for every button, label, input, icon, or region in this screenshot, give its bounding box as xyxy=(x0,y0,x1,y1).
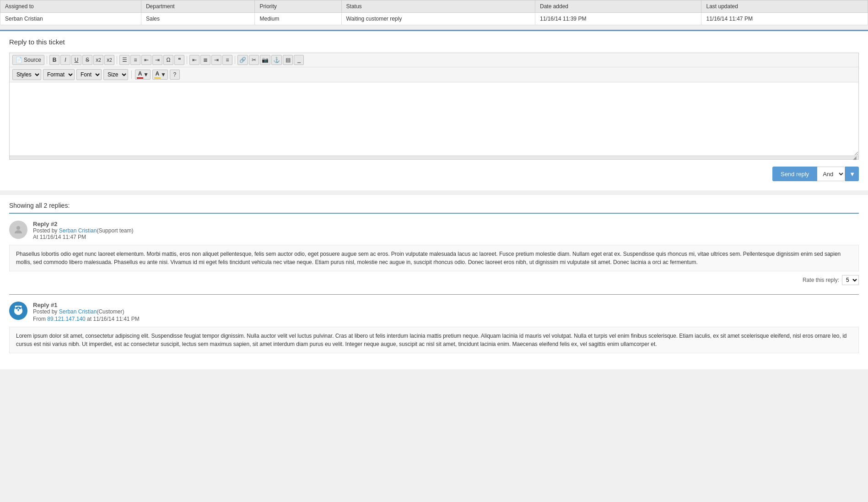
omega-button[interactable]: Ω xyxy=(163,55,173,65)
strikethrough-button[interactable]: S xyxy=(82,55,92,65)
separator-5 xyxy=(131,70,132,79)
hr-button[interactable]: ⎯ xyxy=(294,55,304,65)
blockquote-button[interactable]: ❝ xyxy=(174,55,184,65)
table-button[interactable]: ▤ xyxy=(283,55,293,65)
justify-button[interactable]: ≡ xyxy=(222,55,232,65)
rate-label-2: Rate this reply: xyxy=(803,277,839,283)
reply-2-posted-label: Posted by xyxy=(33,227,57,234)
toolbar-row2: Styles Format Font Size A ▼ xyxy=(10,67,858,82)
cell-date-added: 11/16/14 11:39 PM xyxy=(535,13,701,25)
font-color-a-icon: A xyxy=(137,70,143,79)
reply-2-meta: Reply #2 Posted by Serban Cristian(Suppo… xyxy=(33,221,859,240)
align-center-button[interactable]: ≣ xyxy=(200,55,210,65)
image-button[interactable]: 📷 xyxy=(260,55,270,65)
source-button[interactable]: 📄 Source xyxy=(12,55,44,65)
col-assigned-to: Assigned to xyxy=(0,0,141,13)
resize-icon: ◢ xyxy=(853,155,857,160)
page-wrapper: Assigned to Department Priority Status D… xyxy=(0,0,868,369)
reply-1-posted-label: Posted by xyxy=(33,308,57,315)
replies-section: Showing all 2 replies: Reply #2 Posted b… xyxy=(0,195,868,369)
reply-1-header: Reply #1 Posted by Serban Cristian(Custo… xyxy=(9,302,859,322)
highlight-color-button[interactable]: A ▼ xyxy=(152,70,168,80)
font-dropdown[interactable]: Font xyxy=(76,69,102,80)
superscript-button[interactable]: x2 xyxy=(104,55,114,65)
reply-2-at: At 11/16/14 11:47 PM xyxy=(33,234,859,240)
col-priority: Priority xyxy=(255,0,341,13)
font-color-decrease-button[interactable]: A ▼ xyxy=(135,70,151,80)
source-icon: 📄 xyxy=(16,57,22,63)
table-row: Serban Cristian Sales Medium Waiting cus… xyxy=(0,13,868,25)
highlight-color-dropdown-icon: ▼ xyxy=(161,71,166,78)
font-color-decrease-icon: ▼ xyxy=(143,71,149,78)
highlight-color-a-icon: A xyxy=(154,70,161,79)
cell-priority: Medium xyxy=(255,13,341,25)
reply-2-header: Reply #2 Posted by Serban Cristian(Suppo… xyxy=(9,221,859,240)
reply-1-at: at 11/16/14 11:41 PM xyxy=(87,316,140,322)
replies-heading: Showing all 2 replies: xyxy=(9,202,859,214)
reply-1-body: Lorem ipsum dolor sit amet, consectetur … xyxy=(9,327,859,353)
cell-last-updated: 11/16/14 11:47 PM xyxy=(701,13,868,25)
separator-4 xyxy=(235,56,235,64)
col-date-added: Date added xyxy=(535,0,701,13)
unlink-button[interactable]: ✂ xyxy=(249,55,259,65)
reply-1-ip-link[interactable]: 89.121.147.140 xyxy=(47,316,85,322)
size-dropdown[interactable]: Size xyxy=(103,69,128,80)
reply-section-title: Reply to this ticket xyxy=(9,38,859,46)
from-label: From xyxy=(33,316,46,322)
col-last-updated: Last updated xyxy=(701,0,868,13)
reply-2-footer: Rate this reply: 1 2 3 4 5 xyxy=(9,275,859,285)
and-dropdown-container: And ▼ xyxy=(817,167,859,181)
align-right-button[interactable]: ⇥ xyxy=(211,55,221,65)
reply-item-1: Reply #1 Posted by Serban Cristian(Custo… xyxy=(9,302,859,353)
toolbar-row1: 📄 Source B I U S x2 x2 ☰ ≡ ⇤ ⇥ Ω ❝ ⇤ ≣ xyxy=(10,53,858,67)
ticket-info-table: Assigned to Department Priority Status D… xyxy=(0,0,868,25)
separator-2 xyxy=(117,56,117,64)
send-reply-button[interactable]: Send reply xyxy=(772,167,817,181)
cell-status: Waiting customer reply xyxy=(341,13,535,25)
reply-1-posted: Posted by Serban Cristian(Customer) xyxy=(33,308,859,315)
reply-1-from: From 89.121.147.140 at 11/16/14 11:41 PM xyxy=(33,316,859,322)
reply-2-poster-link[interactable]: Serban Cristian xyxy=(59,227,97,234)
separator-1 xyxy=(47,56,47,64)
reply-2-title: Reply #2 xyxy=(33,221,859,227)
unordered-list-button[interactable]: ≡ xyxy=(130,55,140,65)
editor-area[interactable] xyxy=(10,82,858,156)
link-button[interactable]: 🔗 xyxy=(237,55,248,65)
anchor-button[interactable]: ⚓ xyxy=(271,55,282,65)
underline-button[interactable]: U xyxy=(71,55,81,65)
col-department: Department xyxy=(141,0,255,13)
editor-wrapper: 📄 Source B I U S x2 x2 ☰ ≡ ⇤ ⇥ Ω ❝ ⇤ ≣ xyxy=(9,53,859,160)
reply-1-title: Reply #1 xyxy=(33,302,859,308)
reply-1-meta: Reply #1 Posted by Serban Cristian(Custo… xyxy=(33,302,859,322)
send-reply-row: Send reply And ▼ xyxy=(9,167,859,181)
and-select[interactable]: And xyxy=(817,167,845,181)
avatar-1 xyxy=(9,302,27,320)
ordered-list-button[interactable]: ☰ xyxy=(119,55,129,65)
help-button[interactable]: ? xyxy=(170,70,180,80)
bold-button[interactable]: B xyxy=(49,55,59,65)
cell-department: Sales xyxy=(141,13,255,25)
cell-assigned-to: Serban Cristian xyxy=(0,13,141,25)
format-dropdown[interactable]: Format xyxy=(43,69,75,80)
reply-divider xyxy=(9,294,859,295)
styles-dropdown[interactable]: Styles xyxy=(12,69,41,80)
reply-2-posted: Posted by Serban Cristian(Support team) xyxy=(33,227,859,234)
avatar-2 xyxy=(9,221,27,239)
reply-section: Reply to this ticket 📄 Source B I U S x2… xyxy=(0,30,868,190)
and-dropdown-arrow[interactable]: ▼ xyxy=(845,167,859,181)
col-status: Status xyxy=(341,0,535,13)
separator-3 xyxy=(187,56,187,64)
italic-button[interactable]: I xyxy=(60,55,70,65)
align-left-button[interactable]: ⇤ xyxy=(189,55,199,65)
reply-item-2: Reply #2 Posted by Serban Cristian(Suppo… xyxy=(9,221,859,285)
reply-1-poster-link[interactable]: Serban Cristian xyxy=(59,308,97,315)
subscript-button[interactable]: x2 xyxy=(93,55,103,65)
reply-2-body: Phasellus lobortis odio eget nunc laoree… xyxy=(9,245,859,271)
reply-1-poster-role: (Customer) xyxy=(97,308,124,315)
reply-2-poster-role: (Support team) xyxy=(97,227,133,234)
indent-button[interactable]: ⇥ xyxy=(152,55,162,65)
rate-select-2[interactable]: 1 2 3 4 5 xyxy=(842,275,859,285)
outdent-button[interactable]: ⇤ xyxy=(141,55,151,65)
svg-point-0 xyxy=(16,226,20,230)
editor-resize-handle[interactable]: ◢ xyxy=(10,156,858,159)
